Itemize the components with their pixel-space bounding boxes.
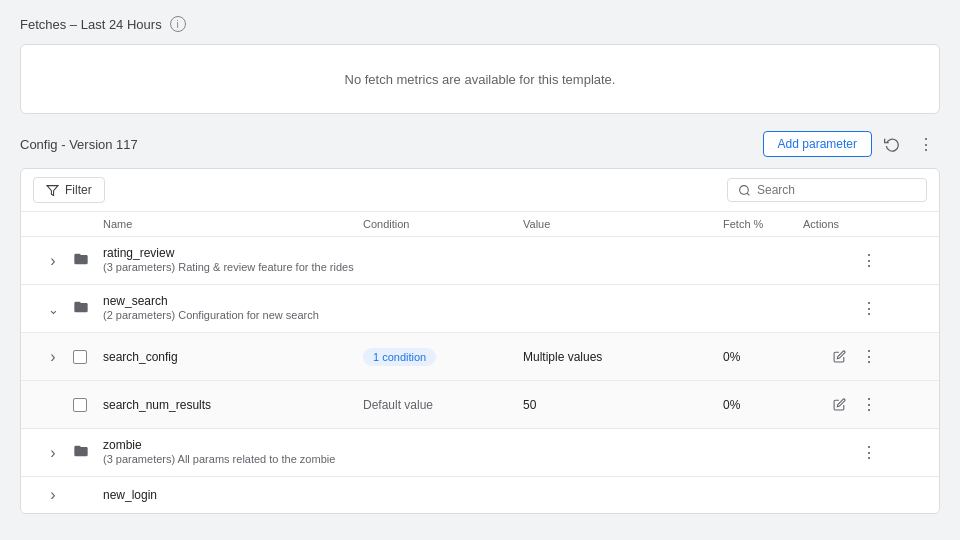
expand-row-button[interactable] <box>33 299 73 319</box>
search-box <box>727 178 927 202</box>
table-row: search_num_results Default value 50 0% ⋮ <box>21 381 939 429</box>
group-name-cell: new_search (2 parameters) Configuration … <box>103 288 363 329</box>
filter-button[interactable]: Filter <box>33 177 105 203</box>
group-name: new_login <box>103 488 363 502</box>
history-icon <box>884 136 900 152</box>
fetches-section-header: Fetches – Last 24 Hours i <box>20 16 940 32</box>
history-icon-button[interactable] <box>878 130 906 158</box>
config-header: Config - Version 117 Add parameter ⋮ <box>20 130 940 158</box>
fetches-info-icon[interactable]: i <box>170 16 186 32</box>
row-more-button[interactable]: ⋮ <box>855 247 883 275</box>
search-input[interactable] <box>757 183 916 197</box>
group-name: new_search <box>103 294 363 308</box>
condition-cell: Default value <box>363 397 523 412</box>
expand-row-button[interactable] <box>33 484 73 506</box>
table-row: search_config 1 condition Multiple value… <box>21 333 939 381</box>
table-row: rating_review (3 parameters) Rating & re… <box>21 237 939 285</box>
filter-label: Filter <box>65 183 92 197</box>
fetches-title: Fetches – Last 24 Hours <box>20 17 162 32</box>
row-more-button[interactable]: ⋮ <box>855 439 883 467</box>
folder-icon <box>73 251 89 267</box>
config-actions: Add parameter ⋮ <box>763 130 940 158</box>
folder-icon-cell <box>73 299 103 318</box>
value-text: 50 <box>523 398 536 412</box>
table-toolbar: Filter <box>21 169 939 212</box>
folder-icon-cell <box>73 251 103 270</box>
fetch-pct-cell: 0% <box>723 397 803 412</box>
param-name: search_config <box>103 350 363 364</box>
edit-icon <box>833 398 846 411</box>
row-checkbox[interactable] <box>73 350 87 364</box>
table-row: new_search (2 parameters) Configuration … <box>21 285 939 333</box>
row-edit-button[interactable] <box>825 391 853 419</box>
fetch-pct: 0% <box>723 398 740 412</box>
param-name: search_num_results <box>103 398 363 412</box>
group-name-cell: zombie (3 parameters) All params related… <box>103 432 363 473</box>
svg-line-2 <box>747 193 749 195</box>
col-header-actions: Actions <box>803 218 883 230</box>
actions-cell: ⋮ <box>803 391 883 419</box>
filter-icon <box>46 184 59 197</box>
chevron-right-icon <box>50 252 55 270</box>
group-name: zombie <box>103 438 363 452</box>
actions-cell: ⋮ <box>803 439 883 467</box>
col-header-name: Name <box>103 218 363 230</box>
col-header-condition: Condition <box>363 218 523 230</box>
row-more-button[interactable]: ⋮ <box>855 343 883 371</box>
fetch-pct: 0% <box>723 350 740 364</box>
checkbox-cell <box>73 350 103 364</box>
group-desc: (3 parameters) Rating & review feature f… <box>103 260 363 275</box>
col-header-fetch-pct: Fetch % <box>723 218 803 230</box>
row-more-button[interactable]: ⋮ <box>855 295 883 323</box>
expand-row-button[interactable] <box>33 442 73 464</box>
chevron-down-icon <box>48 301 59 317</box>
config-more-button[interactable]: ⋮ <box>912 130 940 158</box>
config-title: Config - Version 117 <box>20 137 138 152</box>
value-text: Multiple values <box>523 350 602 364</box>
row-more-button[interactable]: ⋮ <box>855 391 883 419</box>
chevron-right-icon <box>50 444 55 462</box>
fetch-metrics-empty-message: No fetch metrics are available for this … <box>345 72 616 87</box>
table-header: Name Condition Value Fetch % Actions <box>21 212 939 237</box>
group-name: rating_review <box>103 246 363 260</box>
add-parameter-button[interactable]: Add parameter <box>763 131 872 157</box>
row-edit-button[interactable] <box>825 343 853 371</box>
param-name-cell: search_num_results <box>103 392 363 418</box>
table-row: new_login <box>21 477 939 513</box>
params-table-container: Filter Name Condition Value Fetch % Acti… <box>20 168 940 514</box>
actions-cell: ⋮ <box>803 295 883 323</box>
fetch-pct-cell: 0% <box>723 349 803 364</box>
folder-icon-cell <box>73 443 103 462</box>
col-header-value: Value <box>523 218 723 230</box>
search-icon <box>738 184 751 197</box>
folder-icon <box>73 443 89 459</box>
svg-point-1 <box>740 185 749 194</box>
expand-row-button[interactable] <box>33 250 73 272</box>
row-checkbox[interactable] <box>73 398 87 412</box>
group-desc: (3 parameters) All params related to the… <box>103 452 363 467</box>
chevron-right-icon <box>50 486 55 504</box>
expand-row-button[interactable] <box>33 346 73 368</box>
group-desc: (2 parameters) Configuration for new sea… <box>103 308 363 323</box>
condition-badge: 1 condition <box>363 348 436 366</box>
table-row: zombie (3 parameters) All params related… <box>21 429 939 477</box>
value-cell: 50 <box>523 397 723 412</box>
actions-cell: ⋮ <box>803 343 883 371</box>
svg-marker-0 <box>47 185 58 195</box>
chevron-right-icon <box>50 348 55 366</box>
folder-icon <box>73 299 89 315</box>
actions-cell: ⋮ <box>803 247 883 275</box>
edit-icon <box>833 350 846 363</box>
default-value-text: Default value <box>363 398 433 412</box>
checkbox-cell <box>73 398 103 412</box>
value-cell: Multiple values <box>523 349 723 364</box>
col-header-checkbox <box>73 218 103 230</box>
fetch-metrics-box: No fetch metrics are available for this … <box>20 44 940 114</box>
group-name-cell: new_login <box>103 482 363 508</box>
condition-cell: 1 condition <box>363 348 523 366</box>
col-header-expand <box>33 218 73 230</box>
param-name-cell: search_config <box>103 344 363 370</box>
group-name-cell: rating_review (3 parameters) Rating & re… <box>103 240 363 281</box>
